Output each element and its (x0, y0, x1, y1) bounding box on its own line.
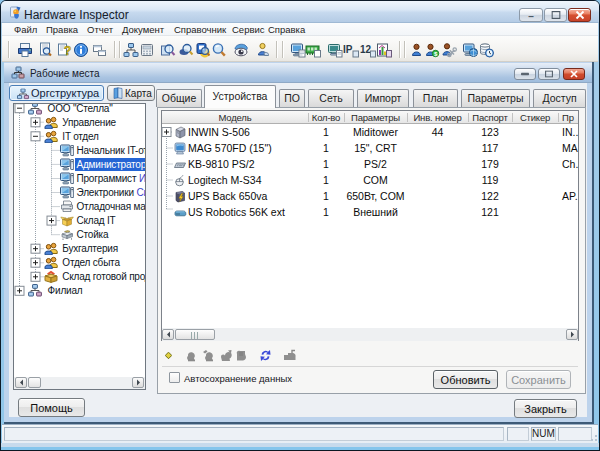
svg-text:12: 12 (360, 44, 372, 55)
svg-text:?: ? (64, 44, 71, 58)
svg-text:IP: IP (343, 44, 353, 55)
